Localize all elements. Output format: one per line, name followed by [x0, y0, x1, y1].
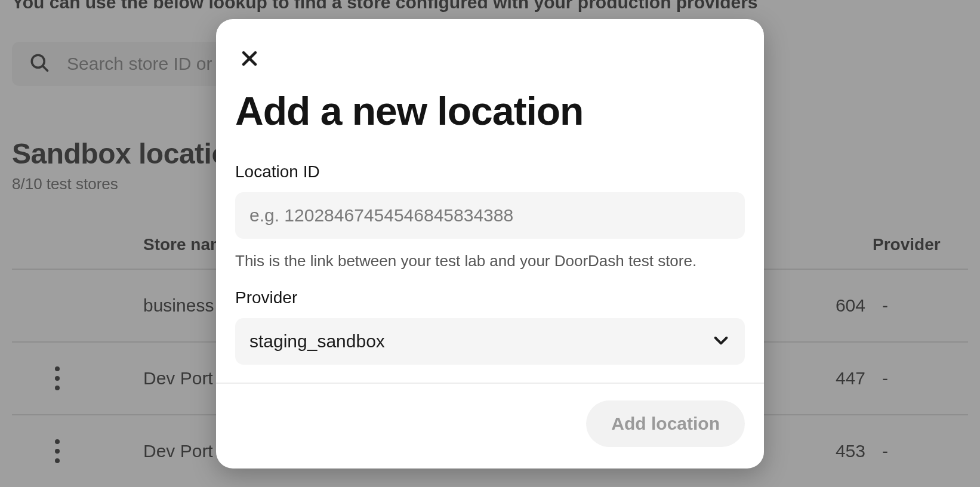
provider-field: Provider staging_sandbox	[235, 288, 745, 365]
add-location-modal: Add a new location Location ID This is t…	[216, 19, 764, 468]
provider-select[interactable]: staging_sandbox	[235, 318, 745, 365]
modal-footer: Add location	[216, 383, 764, 468]
location-id-field: Location ID This is the link between you…	[235, 162, 745, 270]
close-button[interactable]	[235, 45, 264, 74]
provider-selected-value: staging_sandbox	[249, 331, 711, 352]
close-icon	[239, 48, 260, 71]
location-id-label: Location ID	[235, 162, 745, 181]
location-id-input[interactable]	[235, 192, 745, 239]
modal-overlay[interactable]: Add a new location Location ID This is t…	[0, 0, 980, 487]
location-id-help: This is the link between your test lab a…	[235, 252, 745, 270]
provider-label: Provider	[235, 288, 745, 307]
add-location-button[interactable]: Add location	[586, 400, 745, 447]
chevron-down-icon	[711, 331, 731, 352]
modal-title: Add a new location	[235, 88, 745, 134]
